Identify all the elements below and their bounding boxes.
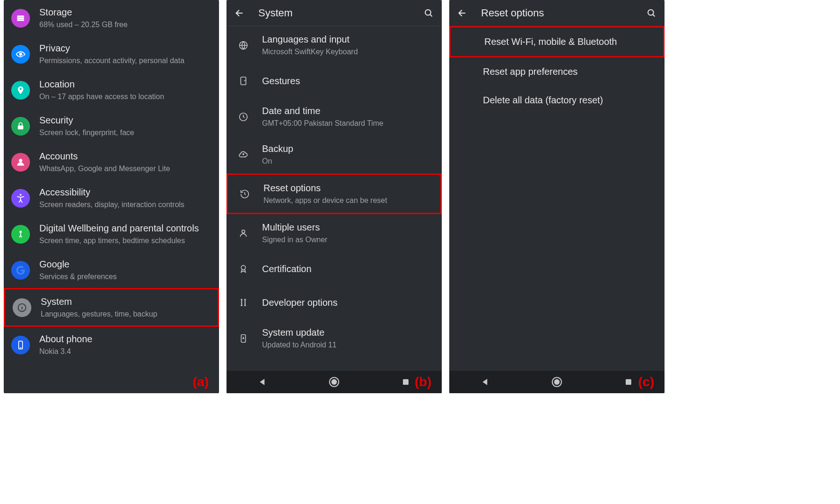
page-title: Reset options: [481, 7, 544, 19]
svg-point-17: [241, 266, 245, 270]
item-subtitle: Screen lock, fingerprint, face: [39, 128, 134, 137]
back-button[interactable]: [457, 7, 468, 19]
svg-rect-1: [17, 17, 24, 19]
system-panel-b: System Languages and inputMicrosoft Swif…: [226, 0, 442, 393]
android-nav-bar: [226, 371, 442, 393]
nav-back-icon[interactable]: [478, 375, 492, 389]
search-icon[interactable]: [423, 7, 434, 19]
item-subtitle: Nokia 3.4: [39, 347, 92, 356]
reset-item-reset-wi-fi-mobile-bluetooth[interactable]: Reset Wi-Fi, mobile & Bluetooth: [449, 26, 665, 58]
wellbeing-icon: [11, 225, 30, 244]
item-subtitle: Screen time, app timers, bedtime schedul…: [39, 236, 199, 245]
nav-home-icon[interactable]: [327, 375, 341, 389]
item-title: Reset options: [263, 182, 387, 194]
item-title: Reset app preferences: [483, 66, 577, 78]
item-title: Gestures: [262, 75, 300, 87]
panel-tag-b: (b): [415, 374, 431, 389]
settings-panel-a: Storage68% used – 20.25 GB freePrivacyPe…: [4, 0, 219, 393]
svg-point-7: [19, 158, 22, 162]
settings-item-accounts[interactable]: AccountsWhatsApp, Google and Messenger L…: [4, 144, 219, 180]
item-subtitle: Microsoft SwiftKey Keyboard: [262, 47, 358, 57]
svg-rect-25: [626, 379, 631, 385]
backup-icon: [234, 145, 253, 164]
item-title: Google: [39, 259, 117, 270]
item-title: Accessibility: [39, 187, 184, 198]
item-title: Storage: [39, 7, 128, 18]
system-item-developer-options[interactable]: Developer options: [226, 286, 442, 319]
privacy-icon: [11, 45, 30, 64]
item-title: Multiple users: [262, 222, 328, 233]
svg-point-24: [555, 380, 559, 384]
svg-point-20: [332, 380, 336, 384]
settings-item-location[interactable]: LocationOn – 17 apps have access to loca…: [4, 72, 219, 108]
item-title: Location: [39, 79, 164, 90]
android-nav-bar: [449, 371, 665, 393]
nav-recents-icon[interactable]: [399, 375, 413, 389]
svg-rect-0: [17, 15, 24, 17]
svg-rect-14: [241, 77, 246, 85]
page-title: System: [258, 7, 292, 19]
item-title: Backup: [262, 143, 293, 155]
system-item-multiple-users[interactable]: Multiple usersSigned in as Owner: [226, 214, 442, 252]
item-subtitle: Updated to Android 11: [262, 340, 336, 350]
person-icon: [234, 224, 253, 243]
back-button[interactable]: [234, 7, 245, 19]
globe-icon: [234, 36, 253, 55]
item-subtitle: GMT+05:00 Pakistan Standard Time: [262, 119, 383, 128]
system-item-backup[interactable]: BackupOn: [226, 136, 442, 173]
nav-back-icon[interactable]: [256, 375, 270, 389]
settings-item-storage[interactable]: Storage68% used – 20.25 GB free: [4, 0, 219, 36]
svg-rect-6: [18, 125, 23, 129]
svg-point-8: [20, 194, 22, 195]
item-subtitle: Services & preferences: [39, 272, 117, 281]
storage-icon: [11, 9, 30, 28]
item-title: Privacy: [39, 43, 184, 54]
settings-item-security[interactable]: SecurityScreen lock, fingerprint, face: [4, 108, 219, 144]
system-item-system-update[interactable]: System updateUpdated to Android 11: [226, 319, 442, 357]
svg-point-22: [648, 9, 654, 15]
item-title: Certification: [262, 263, 312, 275]
reset-item-reset-app-preferences[interactable]: Reset app preferences: [449, 58, 665, 86]
header-c: Reset options: [449, 0, 665, 26]
system-item-date-and-time[interactable]: Date and timeGMT+05:00 Pakistan Standard…: [226, 98, 442, 136]
item-title: Accounts: [39, 151, 170, 162]
accessibility-icon: [11, 189, 30, 208]
item-subtitle: On – 17 apps have access to location: [39, 92, 164, 101]
item-title: Developer options: [262, 297, 337, 309]
clock-icon: [234, 108, 253, 126]
system-item-languages-and-input[interactable]: Languages and inputMicrosoft SwiftKey Ke…: [226, 26, 442, 64]
settings-item-system[interactable]: SystemLanguages, gestures, time, backup: [4, 288, 219, 327]
location-icon: [11, 81, 30, 100]
item-title: Reset Wi-Fi, mobile & Bluetooth: [484, 36, 617, 48]
lock-icon: [11, 117, 30, 136]
item-title: Security: [39, 115, 134, 126]
search-icon[interactable]: [646, 7, 657, 19]
svg-point-9: [20, 230, 22, 233]
header-b: System: [226, 0, 442, 26]
reset-options-panel-c: Reset options Reset Wi-Fi, mobile & Blue…: [449, 0, 665, 393]
svg-point-12: [425, 9, 431, 15]
reset-item-delete-all-data-factory-reset-[interactable]: Delete all data (factory reset): [449, 86, 665, 115]
settings-item-about-phone[interactable]: About phoneNokia 3.4: [4, 327, 219, 363]
settings-item-privacy[interactable]: PrivacyPermissions, account activity, pe…: [4, 36, 219, 72]
info-icon: [13, 298, 31, 317]
item-title: About phone: [39, 333, 92, 345]
item-subtitle: Screen readers, display, interaction con…: [39, 200, 184, 209]
gestures-icon: [234, 72, 253, 90]
nav-recents-icon[interactable]: [621, 375, 635, 389]
svg-rect-2: [17, 19, 24, 21]
settings-item-digital-wellbeing-and-parental-controls[interactable]: Digital Wellbeing and parental controlsS…: [4, 216, 219, 252]
item-subtitle: Signed in as Owner: [262, 235, 328, 245]
item-title: Date and time: [262, 105, 383, 117]
item-title: System update: [262, 327, 336, 338]
nav-home-icon[interactable]: [550, 375, 564, 389]
item-subtitle: WhatsApp, Google and Messenger Lite: [39, 164, 170, 173]
phone-icon: [11, 336, 30, 354]
panel-tag-c: (c): [638, 374, 654, 389]
settings-item-accessibility[interactable]: AccessibilityScreen readers, display, in…: [4, 180, 219, 216]
system-item-certification[interactable]: Certification: [226, 252, 442, 286]
item-title: Delete all data (factory reset): [483, 94, 603, 106]
settings-item-google[interactable]: GoogleServices & preferences: [4, 252, 219, 288]
system-item-reset-options[interactable]: Reset optionsNetwork, apps or device can…: [226, 173, 442, 214]
system-item-gestures[interactable]: Gestures: [226, 64, 442, 98]
